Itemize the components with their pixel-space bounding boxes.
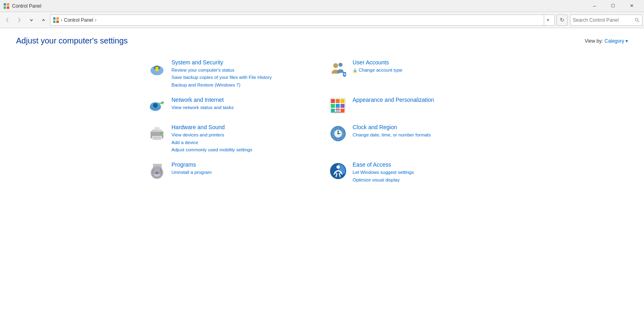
address-bar-icon: [53, 17, 59, 23]
svg-point-20: [161, 101, 164, 104]
svg-rect-37: [153, 137, 161, 138]
search-bar: [570, 14, 642, 26]
titlebar-left: Control Panel: [3, 3, 41, 9]
page-title: Adjust your computer's settings: [16, 36, 128, 45]
appearance-icon: [328, 97, 348, 116]
category-hardware-sound[interactable]: Hardware and Sound View devices and prin…: [141, 120, 322, 157]
clock-region-icon: [328, 124, 348, 143]
svg-rect-15: [353, 72, 357, 72]
navbar: › Control Panel › ▾ ↻: [0, 12, 644, 28]
programs-text: Programs Uninstall a program: [171, 161, 316, 176]
appearance-text: Appearance and Personalization: [353, 97, 497, 104]
network-internet-title[interactable]: Network and Internet: [171, 97, 316, 103]
hardware-sound-text: Hardware and Sound View devices and prin…: [171, 124, 316, 153]
svg-rect-23: [336, 99, 340, 103]
ease-access-title[interactable]: Ease of Access: [353, 161, 497, 168]
hardware-sound-icon: [147, 124, 167, 143]
content-header: Adjust your computer's settings View by:…: [16, 36, 628, 45]
address-text: Control Panel: [64, 17, 93, 23]
svg-point-12: [333, 63, 338, 68]
svg-rect-24: [341, 99, 345, 103]
svg-point-50: [338, 133, 339, 134]
appearance-title[interactable]: Appearance and Personalization: [353, 97, 497, 103]
user-accounts-icon: ★: [328, 59, 348, 78]
ease-access-link-1[interactable]: Let Windows suggest settings: [353, 169, 497, 176]
forward-button[interactable]: [14, 14, 25, 26]
category-clock-region[interactable]: Clock and Region Change date, time, or n…: [322, 120, 503, 157]
svg-rect-36: [152, 136, 162, 140]
network-internet-text: Network and Internet View network status…: [171, 97, 316, 111]
clock-region-text: Clock and Region Change date, time, or n…: [353, 124, 497, 138]
programs-icon: [147, 161, 167, 181]
system-security-icon: [147, 59, 167, 78]
restore-button[interactable]: ☐: [604, 0, 622, 12]
svg-rect-22: [331, 99, 335, 103]
hardware-sound-link-2[interactable]: Add a device: [171, 139, 316, 146]
titlebar: Control Panel ─ ☐ ✕: [0, 0, 644, 12]
system-security-link-3[interactable]: Backup and Restore (Windows 7): [171, 81, 316, 89]
system-security-link-2[interactable]: Save backup copies of your files with Fi…: [171, 74, 316, 81]
address-bar: › Control Panel › ▾: [50, 14, 555, 26]
user-accounts-title[interactable]: User Accounts: [353, 59, 497, 66]
hardware-sound-title[interactable]: Hardware and Sound: [171, 124, 316, 130]
back-button[interactable]: [2, 14, 13, 26]
svg-point-21: [160, 102, 162, 104]
up-button[interactable]: [38, 14, 49, 26]
programs-link-1[interactable]: Uninstall a program: [171, 169, 316, 176]
search-icon: [635, 17, 640, 23]
minimize-button[interactable]: ─: [585, 0, 604, 12]
close-button[interactable]: ✕: [622, 0, 641, 12]
network-internet-icon: [147, 97, 167, 116]
svg-rect-38: [153, 138, 161, 139]
svg-rect-26: [336, 104, 340, 108]
svg-rect-0: [4, 3, 6, 6]
system-security-text: System and Security Review your computer…: [171, 59, 316, 89]
system-security-link-1[interactable]: Review your computer's status: [171, 66, 316, 74]
svg-rect-5: [56, 17, 59, 20]
clock-region-link-1[interactable]: Change date, time, or number formats: [353, 131, 497, 138]
hardware-sound-link-1[interactable]: View devices and printers: [171, 131, 316, 138]
svg-text:★: ★: [343, 72, 346, 76]
svg-rect-1: [7, 3, 9, 6]
svg-point-39: [160, 132, 162, 134]
network-internet-link-1[interactable]: View network status and tasks: [171, 104, 316, 111]
category-programs[interactable]: Programs Uninstall a program: [141, 157, 322, 188]
refresh-button[interactable]: ↻: [556, 14, 568, 26]
address-separator: ›: [61, 17, 62, 23]
svg-rect-3: [7, 6, 9, 9]
content-area: Adjust your computer's settings View by:…: [0, 28, 644, 328]
svg-point-59: [336, 165, 340, 169]
svg-point-19: [153, 103, 158, 108]
titlebar-controls: ─ ☐ ✕: [585, 0, 641, 12]
svg-rect-6: [53, 21, 56, 23]
system-security-title[interactable]: System and Security: [171, 59, 316, 66]
svg-rect-25: [331, 104, 335, 108]
hardware-sound-link-3[interactable]: Adjust commonly used mobility settings: [171, 146, 316, 153]
category-appearance[interactable]: Appearance and Personalization: [322, 93, 503, 120]
category-ease-access[interactable]: Ease of Access Let Windows suggest setti…: [322, 157, 503, 188]
clock-region-title[interactable]: Clock and Region: [353, 124, 497, 130]
viewby-value[interactable]: Category ▾: [605, 38, 628, 44]
category-network-internet[interactable]: Network and Internet View network status…: [141, 93, 322, 120]
svg-rect-7: [56, 21, 59, 23]
svg-rect-32: [336, 109, 340, 112]
viewby-label: View by:: [585, 38, 603, 44]
user-accounts-text: User Accounts Change account type: [353, 59, 497, 74]
user-accounts-link-1[interactable]: Change account type: [353, 66, 497, 74]
ease-access-text: Ease of Access Let Windows suggest setti…: [353, 161, 497, 184]
ease-access-link-2[interactable]: Optimize visual display: [353, 176, 497, 184]
search-input[interactable]: [573, 17, 633, 23]
categories-grid: System and Security Review your computer…: [141, 55, 503, 188]
svg-rect-2: [4, 6, 6, 9]
ease-access-icon: [328, 161, 348, 181]
svg-rect-4: [53, 17, 56, 20]
svg-rect-33: [333, 112, 342, 113]
svg-point-8: [635, 18, 638, 21]
category-system-security[interactable]: System and Security Review your computer…: [141, 55, 322, 93]
history-dropdown-button[interactable]: [26, 14, 37, 26]
category-user-accounts[interactable]: ★ User Accounts Change account type: [322, 55, 503, 93]
svg-rect-27: [341, 104, 345, 108]
address-dropdown-button[interactable]: ▾: [544, 14, 552, 26]
programs-title[interactable]: Programs: [171, 161, 316, 168]
viewby-control: View by: Category ▾: [585, 38, 628, 44]
